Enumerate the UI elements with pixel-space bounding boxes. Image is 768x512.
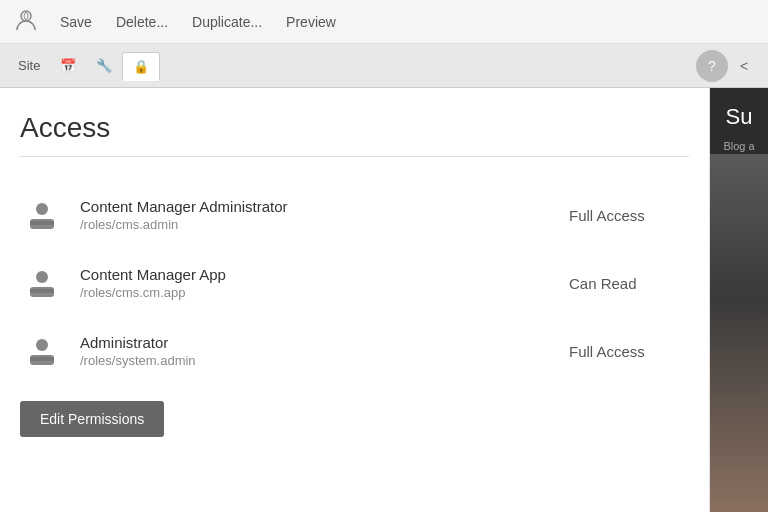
help-icon: ? xyxy=(708,58,716,74)
access-level: Full Access xyxy=(569,207,689,224)
site-label: Site xyxy=(18,58,40,73)
role-icon xyxy=(20,193,64,237)
main-layout: Access Content Manager Administrator /ro… xyxy=(0,88,768,512)
back-button[interactable]: < xyxy=(728,50,760,82)
wrench-icon-btn[interactable]: 🔧 xyxy=(86,52,122,79)
calendar-icon-btn[interactable]: 📅 xyxy=(50,52,86,79)
role-path: /roles/cms.admin xyxy=(80,217,569,232)
access-list-item: Administrator /roles/system.admin Full A… xyxy=(20,317,689,385)
role-info: Content Manager App /roles/cms.cm.app xyxy=(80,266,569,300)
access-level: Can Read xyxy=(569,275,689,292)
svg-rect-6 xyxy=(30,289,54,293)
svg-rect-9 xyxy=(30,357,54,361)
role-path: /roles/system.admin xyxy=(80,353,569,368)
logo xyxy=(8,4,44,40)
svg-point-4 xyxy=(36,271,48,283)
preview-button[interactable]: Preview xyxy=(274,8,348,36)
access-level: Full Access xyxy=(569,343,689,360)
left-panel: Access Content Manager Administrator /ro… xyxy=(0,88,710,512)
lock-icon: 🔒 xyxy=(133,59,149,74)
calendar-icon: 📅 xyxy=(60,58,76,73)
right-panel: Su Blog a xyxy=(710,88,768,512)
role-name: Content Manager App xyxy=(80,266,569,283)
svg-rect-3 xyxy=(30,221,54,225)
access-list-item: Content Manager Administrator /roles/cms… xyxy=(20,181,689,249)
role-name: Content Manager Administrator xyxy=(80,198,569,215)
role-path: /roles/cms.cm.app xyxy=(80,285,569,300)
site-tab[interactable]: Site xyxy=(8,52,50,79)
secondary-toolbar: Site 📅 🔧 🔒 ? < xyxy=(0,44,768,88)
edit-permissions-button[interactable]: Edit Permissions xyxy=(20,401,164,437)
main-toolbar: Save Delete... Duplicate... Preview xyxy=(0,0,768,44)
duplicate-button[interactable]: Duplicate... xyxy=(180,8,274,36)
back-icon: < xyxy=(740,58,748,74)
delete-button[interactable]: Delete... xyxy=(104,8,180,36)
help-button[interactable]: ? xyxy=(696,50,728,82)
access-list-item: Content Manager App /roles/cms.cm.app Ca… xyxy=(20,249,689,317)
right-panel-heading: Su xyxy=(722,96,757,138)
save-button[interactable]: Save xyxy=(48,8,104,36)
right-panel-image xyxy=(710,154,768,512)
page-title: Access xyxy=(20,112,689,157)
access-list: Content Manager Administrator /roles/cms… xyxy=(20,181,689,385)
right-panel-sub: Blog a xyxy=(719,138,758,154)
role-info: Content Manager Administrator /roles/cms… xyxy=(80,198,569,232)
lock-icon-btn[interactable]: 🔒 xyxy=(122,52,160,81)
svg-point-1 xyxy=(36,203,48,215)
role-info: Administrator /roles/system.admin xyxy=(80,334,569,368)
role-icon xyxy=(20,261,64,305)
role-name: Administrator xyxy=(80,334,569,351)
wrench-icon: 🔧 xyxy=(96,58,112,73)
role-icon xyxy=(20,329,64,373)
svg-point-7 xyxy=(36,339,48,351)
